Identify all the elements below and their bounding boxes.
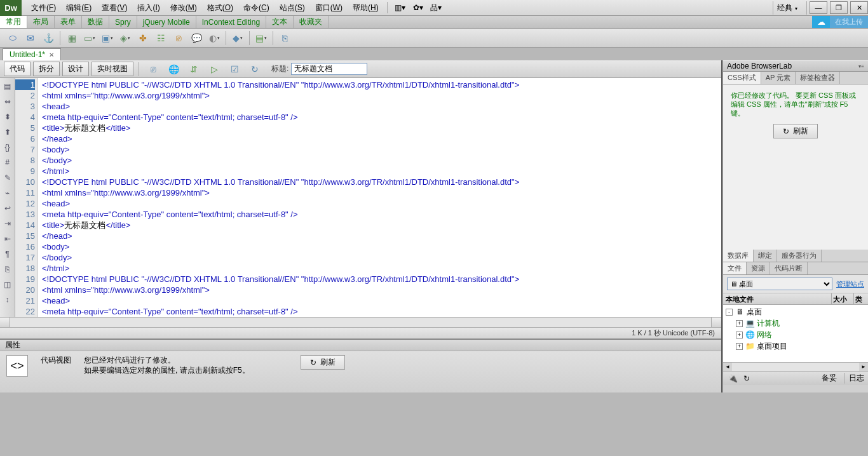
document-tab[interactable]: Untitled-1* ✕ xyxy=(3,48,61,60)
panel-tab[interactable]: CSS样式 xyxy=(723,72,761,84)
file-mgmt-icon[interactable]: ⇵ xyxy=(187,62,201,76)
tree-row[interactable]: +🌐网络 xyxy=(723,329,868,340)
panel-tab[interactable]: 资源 xyxy=(747,262,770,274)
open-docs-icon[interactable]: ▤ xyxy=(2,81,13,92)
menu-f[interactable]: 文件(F) xyxy=(27,1,60,15)
panel-tab[interactable]: 标签检查器 xyxy=(796,72,840,84)
live-view-button[interactable]: 实时视图 xyxy=(92,62,133,76)
log-link[interactable]: 日志 xyxy=(844,373,864,384)
panel-tab[interactable]: 文件 xyxy=(723,262,747,274)
css-refresh-button[interactable]: ↻刷新 xyxy=(773,124,818,138)
menu-o[interactable]: 格式(O) xyxy=(203,1,238,15)
menu-e[interactable]: 编辑(E) xyxy=(62,1,96,15)
close-tab-icon[interactable]: ✕ xyxy=(49,51,54,58)
expand-icon[interactable]: ⬍ xyxy=(2,111,13,123)
panel-tab[interactable]: 服务器行为 xyxy=(777,250,822,262)
date-icon[interactable]: ☷ xyxy=(154,31,168,45)
site-icon[interactable]: 品▾ xyxy=(430,3,442,13)
category-tab[interactable]: 布局 xyxy=(27,16,55,28)
files-tree[interactable]: -🖥桌面+💻计算机+🌐网络+📁桌面项目 xyxy=(723,305,868,362)
table-icon[interactable]: ▦ xyxy=(65,31,79,45)
category-tab[interactable]: Spry xyxy=(109,16,137,28)
media-icon[interactable]: ◈ xyxy=(118,31,132,45)
category-tab[interactable]: 收藏夹 xyxy=(294,16,329,28)
format-icon[interactable]: ¶ xyxy=(2,248,13,260)
head-icon[interactable]: ◐ xyxy=(207,31,221,45)
split-view-button[interactable]: 拆分 xyxy=(33,62,60,76)
category-tab[interactable]: 数据 xyxy=(82,16,109,28)
collapse-icon[interactable]: ⇔ xyxy=(2,96,13,107)
menu-h[interactable]: 帮助(H) xyxy=(348,1,383,15)
comment-icon[interactable]: 💬 xyxy=(189,31,203,45)
files-scrollbar[interactable] xyxy=(723,362,868,371)
menu-c[interactable]: 命令(C) xyxy=(239,1,274,15)
browser-icon[interactable]: 🌐 xyxy=(166,62,180,76)
tree-row[interactable]: +📁桌面项目 xyxy=(723,340,868,352)
workspace-dropdown[interactable]: 经典 xyxy=(773,1,807,15)
recent-icon[interactable]: ⎘ xyxy=(2,264,13,275)
check-icon[interactable]: ☑ xyxy=(227,62,241,76)
script-icon[interactable]: ◆ xyxy=(231,31,245,45)
site-dropdown[interactable]: 🖥 桌面 xyxy=(727,278,832,290)
tree-toggle[interactable]: + xyxy=(736,320,743,327)
layout-icon[interactable]: ▥▾ xyxy=(394,3,407,13)
menu-w[interactable]: 窗口(W) xyxy=(311,1,347,15)
live-code-icon[interactable]: ⎚ xyxy=(146,62,160,76)
balance-icon[interactable]: {} xyxy=(2,142,13,153)
panel-tab[interactable]: 代码片断 xyxy=(770,262,808,274)
anchor-icon[interactable]: ⚓ xyxy=(41,31,55,45)
panel-tab[interactable]: 数据库 xyxy=(723,250,754,262)
highlight-icon[interactable]: ✎ xyxy=(2,172,13,184)
category-tab[interactable]: 常用 xyxy=(0,16,27,28)
code-text[interactable]: <!DOCTYPE html PUBLIC "-//W3C//DTD XHTML… xyxy=(38,78,721,317)
h-scrollbar[interactable] xyxy=(0,317,721,327)
tree-toggle[interactable]: - xyxy=(726,309,733,316)
preview-icon[interactable]: ▷ xyxy=(207,62,221,76)
image-icon[interactable]: ▣ xyxy=(100,31,114,45)
refresh-icon[interactable]: ↻ xyxy=(248,62,262,76)
menu-i[interactable]: 插入(I) xyxy=(133,1,164,15)
menu-v[interactable]: 查看(V) xyxy=(97,1,132,15)
panel-tab[interactable]: 绑定 xyxy=(754,250,777,262)
tree-toggle[interactable]: + xyxy=(736,332,743,339)
templates-icon[interactable]: ▤ xyxy=(254,31,268,45)
cloud-label[interactable]: 在我上传 xyxy=(830,16,868,28)
category-tab[interactable]: 文本 xyxy=(266,16,294,28)
tree-row[interactable]: -🖥桌面 xyxy=(723,306,868,318)
tree-toggle[interactable]: + xyxy=(736,343,743,350)
cloud-icon[interactable]: ☁ xyxy=(812,16,830,28)
props-refresh-button[interactable]: ↻刷新 xyxy=(301,355,345,370)
tree-row[interactable]: +💻计算机 xyxy=(723,318,868,329)
category-tab[interactable]: jQuery Mobile xyxy=(137,16,196,28)
category-tab[interactable]: InContext Editing xyxy=(196,16,266,28)
manage-sites-link[interactable]: 管理站点 xyxy=(836,279,864,289)
syntax-icon[interactable]: ⌁ xyxy=(2,187,13,199)
snippets-icon[interactable]: ◫ xyxy=(2,279,13,290)
connect-icon[interactable]: 🔌 xyxy=(727,373,738,384)
line-numbers-icon[interactable]: # xyxy=(2,157,13,168)
browserlab-header[interactable]: Adobe BrowserLab▾≡ xyxy=(723,60,868,72)
menu-s[interactable]: 站点(S) xyxy=(275,1,309,15)
panel-tab[interactable]: AP 元素 xyxy=(761,72,796,84)
code-view-button[interactable]: 代码 xyxy=(4,62,31,76)
select-parent-icon[interactable]: ⬆ xyxy=(2,126,13,138)
server-icon[interactable]: ⎚ xyxy=(172,31,186,45)
hyperlink-icon[interactable]: ⬭ xyxy=(6,31,20,45)
div-icon[interactable]: ▭ xyxy=(83,31,97,45)
menu-m[interactable]: 修改(M) xyxy=(166,1,201,15)
minimize-button[interactable]: — xyxy=(810,1,827,14)
email-icon[interactable]: ✉ xyxy=(24,31,37,45)
title-input[interactable] xyxy=(291,63,367,75)
code-editor[interactable]: ▤ ⇔ ⬍ ⬆ {} # ✎ ⌁ ↩ ⇥ ⇤ ¶ ⎘ ◫ ↕ 123456789… xyxy=(0,78,721,317)
close-button[interactable]: ✕ xyxy=(850,1,868,14)
outdent-icon[interactable]: ⇤ xyxy=(2,233,13,245)
extension-icon[interactable]: ✿▾ xyxy=(412,3,424,13)
design-view-button[interactable]: 设计 xyxy=(62,62,89,76)
indent-icon[interactable]: ⇥ xyxy=(2,218,13,229)
refresh-files-icon[interactable]: ↻ xyxy=(741,373,752,384)
move-icon[interactable]: ↕ xyxy=(2,294,13,305)
widget-icon[interactable]: ✤ xyxy=(136,31,150,45)
tag-chooser-icon[interactable]: ⎘ xyxy=(278,31,292,45)
maximize-button[interactable]: ❐ xyxy=(830,1,848,14)
category-tab[interactable]: 表单 xyxy=(55,16,82,28)
